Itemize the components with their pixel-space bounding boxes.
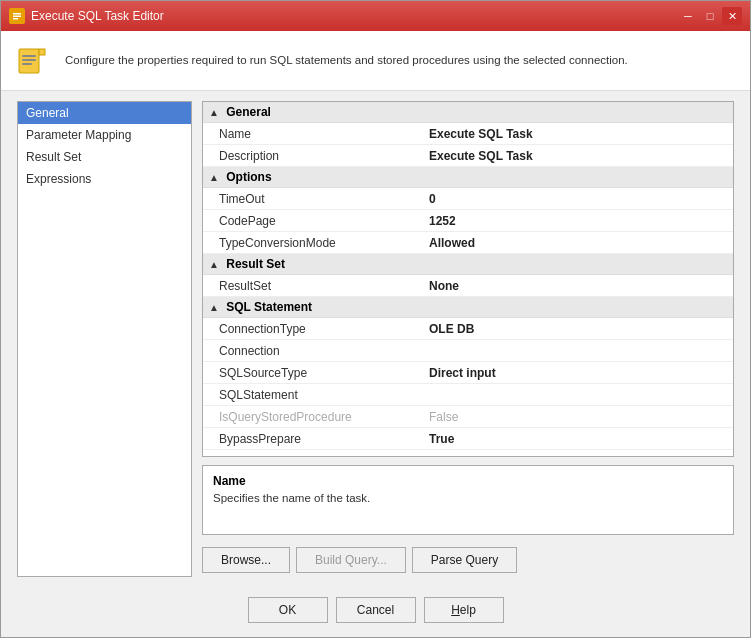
svg-rect-9 [22, 63, 32, 65]
prop-label-connection: Connection [203, 340, 423, 362]
svg-rect-3 [13, 18, 18, 20]
app-icon [9, 8, 25, 24]
sidebar-item-parameter-mapping[interactable]: Parameter Mapping [18, 124, 191, 146]
minimize-button[interactable]: ─ [678, 7, 698, 25]
svg-rect-2 [13, 16, 21, 18]
prop-label-typeconversion: TypeConversionMode [203, 232, 423, 254]
browse-button[interactable]: Browse... [202, 547, 290, 573]
prop-label-name: Name [203, 123, 423, 145]
prop-label-timeout: TimeOut [203, 188, 423, 210]
prop-row-isstoredprocedure: IsQueryStoredProcedure False [203, 406, 733, 428]
help-underline: H [451, 603, 460, 617]
svg-rect-8 [22, 59, 36, 61]
svg-rect-7 [22, 55, 36, 57]
title-buttons: ─ □ ✕ [678, 7, 742, 25]
prop-label-isstoredprocedure: IsQueryStoredProcedure [203, 406, 423, 428]
prop-label-codepage: CodePage [203, 210, 423, 232]
title-bar: Execute SQL Task Editor ─ □ ✕ [1, 1, 750, 31]
sidebar-item-expressions[interactable]: Expressions [18, 168, 191, 190]
properties-table: ▲ General Name Execute SQL Task Descript… [202, 101, 734, 457]
prop-row-codepage: CodePage 1252 [203, 210, 733, 232]
window-title: Execute SQL Task Editor [31, 9, 164, 23]
help-button[interactable]: Help [424, 597, 504, 623]
prop-row-name: Name Execute SQL Task [203, 123, 733, 145]
right-panel: ▲ General Name Execute SQL Task Descript… [202, 101, 734, 577]
content-area: General Parameter Mapping Result Set Exp… [1, 91, 750, 587]
prop-row-timeout: TimeOut 0 [203, 188, 733, 210]
section-options-header: ▲ Options [203, 167, 733, 188]
close-button[interactable]: ✕ [722, 7, 742, 25]
prop-value-codepage: 1252 [423, 210, 733, 232]
prop-row-description: Description Execute SQL Task [203, 145, 733, 167]
prop-row-resultset: ResultSet None [203, 275, 733, 297]
header-bar: Configure the properties required to run… [1, 31, 750, 91]
prop-value-sqlstatement [423, 384, 733, 406]
prop-value-name: Execute SQL Task [423, 123, 733, 145]
ok-button[interactable]: OK [248, 597, 328, 623]
prop-row-sqlsourcetype: SQLSourceType Direct input [203, 362, 733, 384]
prop-row-bypassprepare: BypassPrepare True [203, 428, 733, 450]
cancel-button[interactable]: Cancel [336, 597, 416, 623]
prop-value-bypassprepare: True [423, 428, 733, 450]
prop-label-sqlsourcetype: SQLSourceType [203, 362, 423, 384]
left-panel: General Parameter Mapping Result Set Exp… [17, 101, 192, 577]
section-resultset-header: ▲ Result Set [203, 254, 733, 275]
prop-label-resultset: ResultSet [203, 275, 423, 297]
prop-value-description: Execute SQL Task [423, 145, 733, 167]
maximize-button[interactable]: □ [700, 7, 720, 25]
help-label-rest: elp [460, 603, 476, 617]
description-text: Specifies the name of the task. [213, 492, 723, 504]
prop-value-timeout: 0 [423, 188, 733, 210]
title-bar-left: Execute SQL Task Editor [9, 8, 164, 24]
prop-value-resultset: None [423, 275, 733, 297]
parse-query-button[interactable]: Parse Query [412, 547, 517, 573]
prop-value-connection [423, 340, 733, 362]
header-description: Configure the properties required to run… [65, 52, 628, 68]
svg-rect-1 [13, 13, 21, 15]
prop-value-connectiontype: OLE DB [423, 318, 733, 340]
prop-value-sqlsourcetype: Direct input [423, 362, 733, 384]
sidebar-item-general[interactable]: General [18, 102, 191, 124]
build-query-button[interactable]: Build Query... [296, 547, 406, 573]
sidebar-item-result-set[interactable]: Result Set [18, 146, 191, 168]
description-box: Name Specifies the name of the task. [202, 465, 734, 535]
prop-row-sqlstatement: SQLStatement [203, 384, 733, 406]
section-general-header: ▲ General [203, 102, 733, 123]
main-window: Execute SQL Task Editor ─ □ ✕ Configure … [0, 0, 751, 638]
prop-value-typeconversion: Allowed [423, 232, 733, 254]
section-sqlstatement-header: ▲ SQL Statement [203, 297, 733, 318]
svg-rect-6 [39, 49, 45, 55]
header-icon [17, 43, 53, 79]
prop-label-connectiontype: ConnectionType [203, 318, 423, 340]
prop-label-sqlstatement: SQLStatement [203, 384, 423, 406]
prop-label-bypassprepare: BypassPrepare [203, 428, 423, 450]
prop-row-typeconversion: TypeConversionMode Allowed [203, 232, 733, 254]
prop-row-connection: Connection [203, 340, 733, 362]
prop-value-isstoredprocedure: False [423, 406, 733, 428]
prop-label-description: Description [203, 145, 423, 167]
bottom-button-row: OK Cancel Help [1, 587, 750, 637]
action-button-row: Browse... Build Query... Parse Query [202, 543, 734, 577]
description-title: Name [213, 474, 723, 488]
prop-row-connectiontype: ConnectionType OLE DB [203, 318, 733, 340]
